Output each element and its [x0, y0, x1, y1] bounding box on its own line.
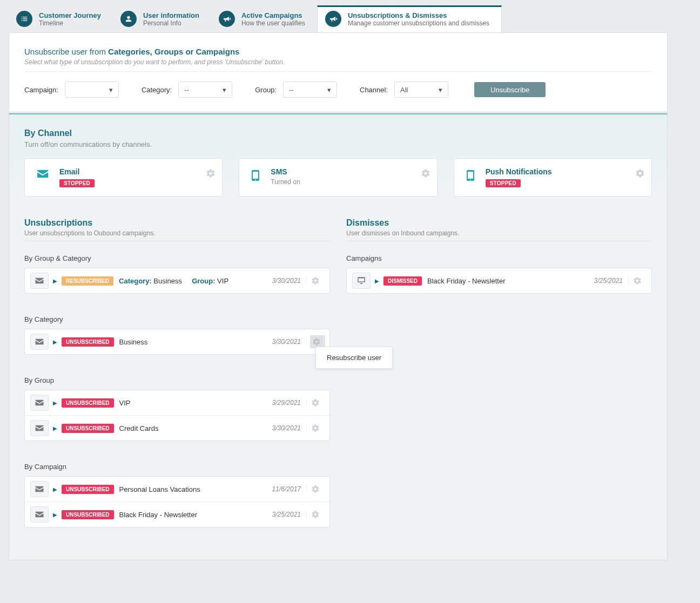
- group-label: By Group: [24, 376, 330, 384]
- table-row: ▶ DISMISSED Black Friday - Newsletter 3/…: [347, 268, 651, 293]
- status-badge: UNSUBSCRIBED: [62, 424, 114, 433]
- tab-title: Unsubscriptions & Dismisses: [348, 11, 489, 19]
- select-value: --: [289, 86, 294, 94]
- chevron-down-icon: ▾: [439, 86, 442, 94]
- group-label: Campaigns: [346, 254, 652, 262]
- label-group: Group:: [255, 86, 277, 94]
- tab-active-campaigns[interactable]: Active Campaigns How the user qualifies: [211, 5, 317, 32]
- channel-name: Push Notifications: [486, 167, 552, 176]
- chevron-right-icon[interactable]: ▶: [53, 512, 57, 518]
- table-row: ▶ RESUBSCRIBED Category: Business Group:…: [25, 268, 329, 293]
- date: 3/30/2021: [272, 338, 307, 345]
- channel-card-push: Push Notifications STOPPED: [454, 158, 652, 197]
- col-title: Dismisses: [346, 218, 652, 228]
- field-value: Black Friday - Newsletter: [427, 277, 505, 285]
- tab-title: Active Campaigns: [241, 11, 305, 19]
- chevron-down-icon: ▾: [327, 86, 331, 94]
- gear-icon[interactable]: [421, 168, 430, 178]
- channel-card-sms: SMS Turned on: [239, 158, 437, 197]
- multi-channel-icon: [30, 506, 49, 523]
- stopped-badge: STOPPED: [486, 179, 521, 187]
- section-subtitle: Turn off/on communications by channels.: [24, 140, 652, 148]
- tab-subtitle: Manage customer unsubscriptions and dism…: [348, 19, 489, 27]
- tab-user-info[interactable]: User information Personal Info: [113, 5, 211, 32]
- multi-channel-icon: [30, 481, 49, 497]
- phone-icon: [464, 167, 477, 184]
- gear-icon[interactable]: [633, 276, 646, 285]
- tab-subtitle: Personal Info: [143, 19, 199, 27]
- date: 3/25/2021: [594, 277, 629, 284]
- list-group-category: ▶ RESUBSCRIBED Category: Business Group:…: [24, 268, 330, 294]
- col-subtitle: User unsubscriptions to Oubound campaign…: [24, 229, 330, 237]
- list-icon: [16, 11, 32, 27]
- gear-icon[interactable]: [311, 510, 324, 519]
- tab-subtitle: How the user qualifies: [241, 19, 305, 27]
- unsubscribe-button[interactable]: Unsubscribe: [474, 82, 546, 97]
- divider: [346, 241, 652, 241]
- title-bold: Categories, Groups or Campaigns: [108, 47, 239, 56]
- section-title: By Channel: [24, 128, 652, 138]
- card-help: Select what type of unsubscription do yo…: [24, 58, 652, 66]
- group-label: By Group & Category: [24, 254, 330, 262]
- field-value: Credit Cards: [119, 424, 159, 432]
- channel-cards: Email STOPPED SMS Turned on Push Notific…: [24, 158, 652, 197]
- list-campaign: ▶ UNSUBSCRIBED Personal Loans Vacations …: [24, 476, 330, 527]
- date: 11/6/2017: [272, 485, 307, 493]
- label-channel: Channel:: [360, 86, 388, 94]
- gear-icon[interactable]: [311, 276, 324, 285]
- columns: Unsubscriptions User unsubscriptions to …: [24, 218, 652, 527]
- select-group[interactable]: -- ▾: [283, 82, 337, 98]
- chevron-right-icon[interactable]: ▶: [53, 400, 57, 406]
- table-row: ▶ UNSUBSCRIBED Business 3/30/2021 Resubs…: [25, 329, 329, 354]
- table-row: ▶ UNSUBSCRIBED Credit Cards 3/30/2021: [25, 415, 329, 441]
- channel-status: Turned on: [271, 178, 300, 186]
- select-category[interactable]: -- ▾: [178, 82, 232, 98]
- multi-channel-icon: [30, 395, 49, 411]
- gear-icon[interactable]: [311, 485, 324, 493]
- channel-card-email: Email STOPPED: [24, 158, 223, 197]
- col-subtitle: User dismisses on Inbound campaigns.: [346, 229, 652, 237]
- table-row: ▶ UNSUBSCRIBED Black Friday - Newsletter…: [25, 502, 329, 527]
- gear-icon[interactable]: [635, 168, 645, 178]
- chevron-down-icon: ▾: [223, 86, 226, 94]
- chevron-right-icon[interactable]: ▶: [53, 339, 57, 345]
- tabs-bar: Customer Journey Timeline User informati…: [9, 5, 668, 33]
- megaphone-icon: [325, 11, 341, 27]
- table-row: ▶ UNSUBSCRIBED VIP 3/29/2021: [25, 390, 329, 415]
- gear-icon[interactable]: [311, 398, 324, 407]
- col-dismisses: Dismisses User dismisses on Inbound camp…: [346, 218, 652, 527]
- status-badge: UNSUBSCRIBED: [62, 485, 114, 494]
- status-badge: RESUBSCRIBED: [62, 276, 113, 286]
- divider: [24, 71, 652, 72]
- chevron-right-icon[interactable]: ▶: [53, 278, 57, 284]
- chevron-right-icon[interactable]: ▶: [53, 425, 57, 431]
- field-value: VIP: [119, 399, 131, 407]
- col-title: Unsubscriptions: [24, 218, 330, 228]
- table-row: ▶ UNSUBSCRIBED Personal Loans Vacations …: [25, 477, 329, 502]
- gear-icon[interactable]: [311, 424, 324, 432]
- chevron-right-icon[interactable]: ▶: [375, 278, 379, 284]
- mail-icon: [30, 420, 49, 436]
- field-value: Business: [119, 338, 148, 346]
- channel-name: Email: [59, 167, 95, 176]
- tab-unsubscriptions[interactable]: Unsubscriptions & Dismisses Manage custo…: [317, 5, 502, 32]
- tab-subtitle: Timeline: [39, 19, 101, 27]
- label-campaign: Campaign:: [24, 86, 58, 94]
- popover-resubscribe[interactable]: Resubscribe user: [315, 347, 393, 369]
- group-label: By Category: [24, 315, 330, 323]
- multi-channel-icon: [30, 334, 49, 350]
- chevron-right-icon[interactable]: ▶: [53, 486, 57, 492]
- divider: [24, 241, 330, 241]
- channel-name: SMS: [271, 167, 300, 176]
- select-campaign[interactable]: ▾: [65, 82, 119, 98]
- select-channel[interactable]: All ▾: [394, 82, 448, 98]
- date: 3/25/2021: [272, 511, 307, 518]
- user-icon: [120, 11, 137, 27]
- gear-icon[interactable]: [206, 168, 216, 178]
- tab-title: Customer Journey: [39, 11, 101, 19]
- monitor-icon: [352, 273, 371, 289]
- field-label: Group:: [192, 277, 215, 285]
- label-category: Category:: [142, 86, 172, 94]
- tab-customer-journey[interactable]: Customer Journey Timeline: [9, 5, 113, 32]
- title-prefix: Unsubscribe user from: [24, 47, 108, 56]
